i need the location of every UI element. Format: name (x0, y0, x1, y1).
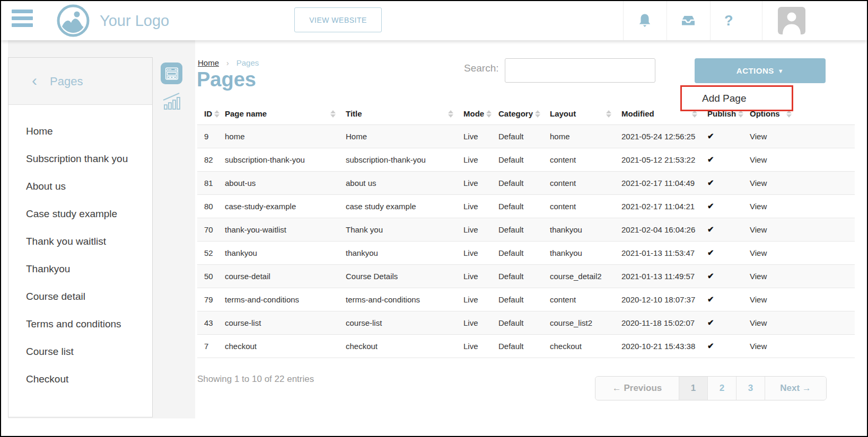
sidebar-item-case-study-example[interactable]: Case study example (8, 200, 152, 228)
column-header-page-name[interactable]: Page name (218, 103, 339, 124)
breadcrumb-separator-icon: › (226, 59, 229, 67)
header-divider (762, 1, 762, 40)
view-link[interactable]: View (750, 202, 767, 211)
column-header-mode[interactable]: Mode (457, 103, 492, 124)
pagination-page-1[interactable]: 1 (679, 377, 707, 400)
sort-icon (330, 110, 336, 118)
app-window: Your Logo VIEW WEBSITE ? (0, 0, 868, 437)
column-header-id[interactable]: ID (197, 103, 218, 124)
publish-check-icon: ✔ (707, 341, 714, 350)
view-link[interactable]: View (750, 295, 767, 304)
sidebar-item-home[interactable]: Home (8, 118, 152, 145)
sort-icon (535, 110, 540, 118)
table-row: 81about-usabout usLiveDefaultcontent2021… (197, 171, 855, 194)
column-header-layout[interactable]: Layout (543, 103, 615, 124)
pagination-page-3[interactable]: 3 (736, 377, 765, 400)
view-link[interactable]: View (750, 318, 767, 327)
app-header: Your Logo VIEW WEBSITE ? (1, 1, 867, 40)
view-website-button[interactable]: VIEW WEBSITE (294, 7, 382, 32)
view-link[interactable]: View (750, 225, 767, 234)
publish-check-icon: ✔ (707, 248, 714, 257)
notifications-bell-icon[interactable] (636, 12, 653, 29)
table-row: 50course-detailCourse DetailsLiveDefault… (197, 264, 855, 288)
view-link[interactable]: View (750, 155, 767, 164)
pagination-previous-button[interactable]: ← Previous (595, 377, 679, 400)
sidebar-item-about-us[interactable]: About us (8, 173, 152, 200)
sort-icon (448, 110, 453, 118)
pages-table: ID Page name Title Mode Category Layout … (197, 103, 855, 358)
search-input[interactable] (505, 58, 655, 83)
sort-icon (606, 110, 611, 118)
sidebar-title: Pages (50, 58, 83, 105)
sidebar-nav: Home Subscription thank you About us Cas… (8, 105, 152, 393)
column-header-title[interactable]: Title (339, 103, 457, 124)
sidebar-item-thank-you-waitlist[interactable]: Thank you waitlist (8, 228, 152, 255)
pagination-page-2[interactable]: 2 (707, 377, 736, 400)
sidebar-item-terms-and-conditions[interactable]: Terms and conditions (8, 310, 152, 338)
sidebar: ‹ Pages Home Subscription thank you Abou… (8, 57, 153, 417)
publish-check-icon: ✔ (707, 201, 714, 210)
table-row: 82subscription-thank-yousubscription-tha… (197, 148, 855, 171)
view-link[interactable]: View (750, 342, 767, 351)
search-label: Search: (464, 63, 498, 74)
sort-icon (214, 110, 220, 118)
sidebar-item-thankyou[interactable]: Thankyou (8, 255, 152, 283)
breadcrumb-current: Pages (236, 58, 259, 67)
sidebar-item-course-list[interactable]: Course list (8, 338, 152, 365)
table-row: 43course-listcourse-listLiveDefaultcours… (197, 311, 855, 334)
publish-check-icon: ✔ (707, 131, 714, 140)
publish-check-icon: ✔ (707, 295, 714, 304)
table-row: 70thank-you-waitlistThank youLiveDefault… (197, 218, 855, 241)
pagination: ← Previous 1 2 3 Next → (595, 376, 827, 400)
view-link[interactable]: View (750, 248, 767, 257)
table-row: 7checkoutcheckoutLiveDefaultcheckout2020… (197, 334, 855, 358)
add-page-menu-item[interactable]: Add Page (682, 87, 792, 110)
publish-check-icon: ✔ (707, 225, 714, 234)
pagination-next-button[interactable]: Next → (765, 377, 826, 400)
publish-check-icon: ✔ (707, 178, 714, 187)
view-link[interactable]: View (750, 132, 767, 141)
actions-dropdown-menu: Add Page (680, 85, 793, 111)
table-row: 9homeHomeLiveDefaulthome2021-05-24 12:56… (197, 124, 855, 148)
pages-module-icon[interactable] (161, 63, 182, 84)
view-link[interactable]: View (750, 179, 767, 188)
view-link[interactable]: View (750, 272, 767, 281)
chevron-left-icon: ‹ (32, 58, 37, 103)
breadcrumb-home-link[interactable]: Home (198, 58, 219, 67)
body-area: ‹ Pages Home Subscription thank you Abou… (1, 40, 867, 436)
entries-summary: Showing 1 to 10 of 22 entries (197, 374, 314, 385)
hamburger-menu-icon[interactable] (12, 10, 33, 32)
column-header-category[interactable]: Category (492, 103, 543, 124)
sidebar-item-course-detail[interactable]: Course detail (8, 283, 152, 310)
spacer-column (795, 103, 855, 124)
sort-icon (486, 110, 492, 118)
logo-text[interactable]: Your Logo (100, 1, 169, 40)
page-title: Pages (197, 68, 256, 91)
header-divider (667, 1, 667, 40)
table-row: 79terms-and-conditionsterms-and-conditio… (197, 288, 855, 311)
caret-down-icon: ▼ (778, 68, 784, 74)
sidebar-item-subscription-thank-you[interactable]: Subscription thank you (8, 145, 152, 173)
help-icon[interactable]: ? (724, 1, 733, 40)
actions-button[interactable]: ACTIONS▼ (695, 58, 826, 83)
user-avatar[interactable] (778, 7, 805, 34)
actions-button-label: ACTIONS (737, 66, 774, 75)
publish-check-icon: ✔ (707, 271, 714, 280)
sidebar-item-checkout[interactable]: Checkout (8, 365, 152, 393)
stats-chart-icon[interactable] (161, 90, 182, 112)
header-divider (623, 1, 624, 40)
publish-check-icon: ✔ (707, 318, 714, 327)
sidebar-header[interactable]: ‹ Pages (8, 58, 152, 105)
publish-check-icon: ✔ (707, 155, 714, 164)
table-row: 80case-study-examplecase study exampleLi… (197, 194, 855, 218)
main-content: Home›Pages Pages Search: ACTIONS▼ Add Pa… (195, 40, 867, 436)
inbox-tray-icon[interactable] (680, 12, 697, 29)
logo-image-icon[interactable] (56, 3, 91, 38)
table-row: 52thankyouthankyouLiveDefaultthankyou202… (197, 241, 855, 264)
header-divider (710, 1, 711, 40)
breadcrumb: Home›Pages (198, 58, 259, 67)
